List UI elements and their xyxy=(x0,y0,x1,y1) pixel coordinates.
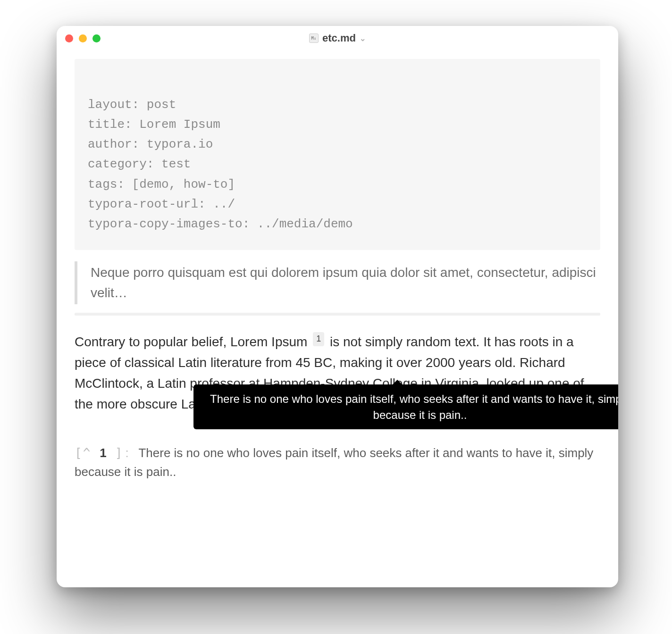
footnote-colon: : xyxy=(123,446,135,460)
frontmatter-line[interactable]: layout: post xyxy=(88,98,176,112)
frontmatter-line[interactable]: typora-root-url: ../ xyxy=(88,197,235,211)
chevron-down-icon[interactable]: ⌄ xyxy=(360,34,366,43)
minimize-icon[interactable] xyxy=(79,34,87,42)
footnote-tooltip: There is no one who loves pain itself, w… xyxy=(193,384,618,429)
tooltip-text: There is no one who loves pain itself, w… xyxy=(210,392,618,421)
window-title[interactable]: M↓ etc.md ⌄ xyxy=(309,32,366,44)
blockquote[interactable]: Neque porro quisquam est qui dolorem ips… xyxy=(75,261,600,304)
titlebar: M↓ etc.md ⌄ xyxy=(57,26,618,50)
maximize-icon[interactable] xyxy=(92,34,101,42)
frontmatter-line[interactable]: category: test xyxy=(88,157,191,171)
footnote-open-bracket: [^ xyxy=(75,446,91,460)
frontmatter-line[interactable]: title: Lorem Ipsum xyxy=(88,117,220,132)
window-controls xyxy=(65,34,101,42)
footnote-definition[interactable]: [^1]: There is no one who loves pain its… xyxy=(75,443,600,482)
close-icon[interactable] xyxy=(65,34,73,42)
footnote-text: There is no one who loves pain itself, w… xyxy=(75,446,593,479)
frontmatter-line[interactable]: author: typora.io xyxy=(88,137,213,151)
frontmatter-line[interactable]: tags: [demo, how-to] xyxy=(88,177,235,192)
filename: etc.md xyxy=(322,32,356,44)
footnote-number[interactable]: 1 xyxy=(91,446,115,460)
editor-window: M↓ etc.md ⌄ layout: post title: Lorem Ip… xyxy=(57,26,618,587)
footnote-reference[interactable]: 1 xyxy=(313,332,324,346)
body-text-before: Contrary to popular belief, Lorem Ipsum xyxy=(75,334,307,349)
footnote-close-bracket: ] xyxy=(115,446,124,460)
horizontal-rule xyxy=(75,313,600,316)
markdown-file-icon: M↓ xyxy=(309,33,319,43)
yaml-frontmatter[interactable]: layout: post title: Lorem Ipsum author: … xyxy=(75,59,600,250)
frontmatter-line[interactable]: typora-copy-images-to: ../media/demo xyxy=(88,217,353,231)
blockquote-text: Neque porro quisquam est qui dolorem ips… xyxy=(91,265,596,300)
